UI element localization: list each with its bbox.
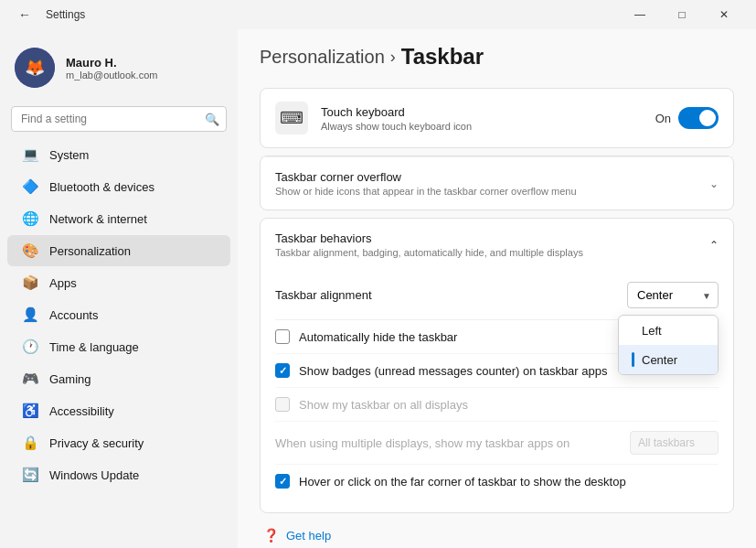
- alignment-dropdown-wrapper: Left Center ▼ Left Cent: [627, 282, 719, 308]
- touch-keyboard-title: Touch keyboard: [321, 105, 655, 119]
- window-title: Settings: [46, 8, 85, 21]
- profile-name: Mauro H.: [66, 56, 157, 70]
- titlebar: ← Settings — □ ✕: [0, 0, 756, 29]
- taskbar-behaviors-header[interactable]: Taskbar behaviors Taskbar alignment, bad…: [261, 219, 733, 271]
- profile-section: 🦊 Mauro H. m_lab@outlook.com: [0, 37, 238, 102]
- alignment-dropdown[interactable]: Left Center: [627, 282, 719, 308]
- titlebar-left: ← Settings: [11, 4, 85, 26]
- taskbar-corner-overflow-card: Taskbar corner overflow Show or hide ico…: [260, 156, 734, 210]
- sidebar-item-system[interactable]: 💻 System: [7, 139, 230, 170]
- behaviors-subtitle: Taskbar alignment, badging, automaticall…: [275, 247, 709, 258]
- corner-overflow-subtitle: Show or hide icons that appear in the ta…: [275, 186, 709, 197]
- sidebar-item-accounts[interactable]: 👤 Accounts: [7, 299, 230, 330]
- breadcrumb: Personalization › Taskbar: [260, 44, 734, 70]
- touch-keyboard-subtitle: Always show touch keyboard icon: [321, 121, 655, 132]
- chevron-up-icon: ⌃: [709, 239, 719, 252]
- sidebar: 🦊 Mauro H. m_lab@outlook.com 🔍 💻 System …: [0, 29, 238, 548]
- behaviors-text: Taskbar behaviors Taskbar alignment, bad…: [275, 231, 709, 258]
- touch-keyboard-row: ⌨ Touch keyboard Always show touch keybo…: [261, 89, 733, 147]
- maximize-button[interactable]: □: [661, 0, 703, 29]
- sidebar-item-label: Privacy & security: [49, 436, 144, 450]
- alignment-dropdown-popup: Left Center: [618, 315, 719, 375]
- sidebar-item-bluetooth[interactable]: 🔷 Bluetooth & devices: [7, 171, 230, 202]
- time-icon: 🕐: [22, 338, 38, 355]
- profile-email: m_lab@outlook.com: [66, 70, 157, 81]
- personalization-icon: 🎨: [22, 242, 38, 259]
- alignment-label: Taskbar alignment: [275, 288, 627, 302]
- toggle-label: On: [655, 112, 671, 125]
- network-icon: 🌐: [22, 210, 38, 227]
- touch-keyboard-toggle-group: On: [655, 107, 719, 129]
- badges-checkbox[interactable]: [275, 363, 290, 378]
- get-help-link[interactable]: ❓ Get help: [263, 528, 730, 543]
- alignment-row: Taskbar alignment Left Center ▼ Left: [275, 271, 719, 320]
- option-check-center: [632, 352, 634, 367]
- help-icon: ❓: [263, 528, 279, 543]
- sidebar-item-gaming[interactable]: 🎮 Gaming: [7, 363, 230, 394]
- footer-links: ❓ Get help 💬 Give feedback: [260, 528, 734, 548]
- system-icon: 💻: [22, 146, 38, 163]
- sidebar-item-label: Gaming: [49, 372, 91, 386]
- taskbar-corner-overflow-row[interactable]: Taskbar corner overflow Show or hide ico…: [261, 156, 733, 210]
- touch-keyboard-toggle[interactable]: [678, 107, 719, 129]
- avatar: 🦊: [15, 48, 55, 88]
- multi-display-select: All taskbars: [630, 431, 719, 455]
- dropdown-option-left[interactable]: Left: [619, 316, 718, 345]
- keyboard-icon: ⌨: [275, 102, 308, 134]
- desktop-label: Hover or click on the far corner of task…: [299, 475, 626, 489]
- corner-overflow-title: Taskbar corner overflow: [275, 170, 709, 184]
- corner-overflow-text: Taskbar corner overflow Show or hide ico…: [275, 170, 709, 197]
- touch-keyboard-card: ⌨ Touch keyboard Always show touch keybo…: [260, 88, 734, 148]
- all-displays-label: Show my taskbar on all displays: [299, 398, 719, 412]
- sidebar-item-time[interactable]: 🕐 Time & language: [7, 331, 230, 362]
- option-center-label: Center: [642, 353, 677, 367]
- sidebar-item-label: System: [49, 148, 89, 162]
- apps-icon: 📦: [22, 274, 38, 291]
- window-controls: — □ ✕: [619, 0, 745, 29]
- breadcrumb-separator: ›: [390, 48, 396, 67]
- desktop-checkbox[interactable]: [275, 474, 290, 489]
- bluetooth-icon: 🔷: [22, 178, 38, 195]
- sidebar-item-personalization[interactable]: 🎨 Personalization: [7, 235, 230, 266]
- sidebar-item-apps[interactable]: 📦 Apps: [7, 267, 230, 298]
- all-displays-row: Show my taskbar on all displays: [275, 388, 719, 422]
- breadcrumb-parent: Personalization: [260, 47, 385, 68]
- sidebar-item-label: Network & internet: [49, 212, 147, 226]
- windows-update-icon: 🔄: [22, 467, 38, 483]
- sidebar-item-network[interactable]: 🌐 Network & internet: [7, 203, 230, 234]
- gaming-icon: 🎮: [22, 371, 38, 387]
- desktop-row: Hover or click on the far corner of task…: [275, 465, 719, 498]
- all-displays-checkbox: [275, 397, 290, 412]
- main-content: Personalization › Taskbar ⌨ Touch keyboa…: [238, 29, 756, 548]
- sidebar-item-label: Accessibility: [49, 404, 114, 418]
- accounts-icon: 👤: [22, 306, 38, 323]
- sidebar-item-label: Accounts: [49, 308, 98, 322]
- dropdown-option-center[interactable]: Center: [619, 345, 718, 374]
- sidebar-item-windows-update[interactable]: 🔄 Windows Update: [7, 459, 230, 490]
- sidebar-item-label: Personalization: [49, 244, 131, 258]
- sidebar-item-privacy[interactable]: 🔒 Privacy & security: [7, 427, 230, 458]
- avatar-image: 🦊: [15, 48, 55, 88]
- multi-display-row: When using multiple displays, show my ta…: [275, 422, 719, 465]
- sidebar-item-accessibility[interactable]: ♿ Accessibility: [7, 395, 230, 426]
- behaviors-content: Taskbar alignment Left Center ▼ Left: [261, 271, 733, 512]
- multi-display-label: When using multiple displays, show my ta…: [275, 436, 630, 450]
- auto-hide-checkbox[interactable]: [275, 329, 290, 344]
- touch-keyboard-text: Touch keyboard Always show touch keyboar…: [321, 105, 655, 132]
- privacy-icon: 🔒: [22, 435, 38, 451]
- close-button[interactable]: ✕: [703, 0, 745, 29]
- back-button[interactable]: ←: [11, 4, 38, 26]
- breadcrumb-current: Taskbar: [401, 44, 484, 70]
- app-container: 🦊 Mauro H. m_lab@outlook.com 🔍 💻 System …: [0, 0, 756, 548]
- taskbar-behaviors-card: Taskbar behaviors Taskbar alignment, bad…: [260, 218, 734, 513]
- sidebar-item-label: Windows Update: [49, 468, 139, 482]
- search-icon: 🔍: [205, 113, 219, 126]
- profile-info: Mauro H. m_lab@outlook.com: [66, 56, 157, 81]
- minimize-button[interactable]: —: [619, 0, 661, 29]
- accessibility-icon: ♿: [22, 403, 38, 419]
- sidebar-item-label: Apps: [49, 276, 77, 290]
- sidebar-item-label: Bluetooth & devices: [49, 180, 154, 194]
- search-box: 🔍: [11, 106, 227, 132]
- search-input[interactable]: [11, 106, 227, 132]
- get-help-label: Get help: [286, 529, 331, 543]
